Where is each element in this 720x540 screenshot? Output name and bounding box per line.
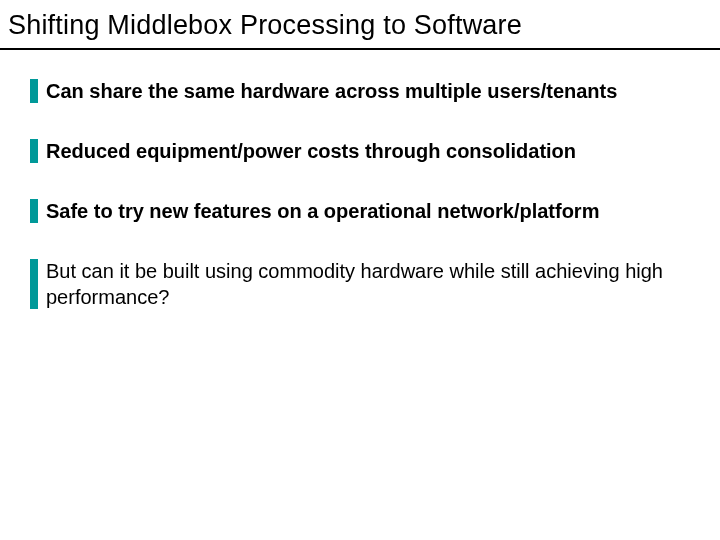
bullet-text: But can it be built using commodity hard… <box>46 260 663 308</box>
title-divider <box>0 48 720 50</box>
slide-body: Can share the same hardware across multi… <box>30 78 690 344</box>
bullet-item: But can it be built using commodity hard… <box>30 258 690 310</box>
slide-title: Shifting Middlebox Processing to Softwar… <box>8 10 712 41</box>
bullet-text: Reduced equipment/power costs through co… <box>46 140 576 162</box>
bullet-text: Can share the same hardware across multi… <box>46 80 617 102</box>
bullet-bar-icon <box>30 259 38 309</box>
slide: Shifting Middlebox Processing to Softwar… <box>0 0 720 540</box>
bullet-item: Can share the same hardware across multi… <box>30 78 690 104</box>
bullet-bar-icon <box>30 139 38 163</box>
bullet-bar-icon <box>30 199 38 223</box>
bullet-item: Reduced equipment/power costs through co… <box>30 138 690 164</box>
bullet-bar-icon <box>30 79 38 103</box>
bullet-item: Safe to try new features on a operationa… <box>30 198 690 224</box>
bullet-text: Safe to try new features on a operationa… <box>46 200 599 222</box>
